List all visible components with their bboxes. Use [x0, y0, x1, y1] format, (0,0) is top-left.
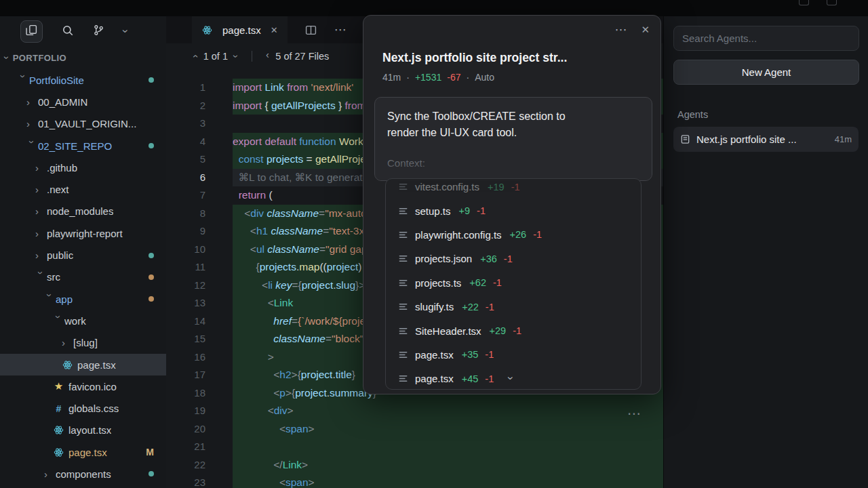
- context-label: Context:: [387, 157, 639, 169]
- diff-lines-icon: [398, 278, 408, 288]
- chevron-down-icon: ›: [45, 293, 55, 305]
- diff-lines-icon: [398, 182, 408, 192]
- removed-count: -1: [533, 229, 542, 240]
- tree-item-globals-css[interactable]: #globals.css: [0, 397, 166, 419]
- tree-item-label: playwright-report: [47, 228, 123, 239]
- tree-item-public[interactable]: ›public: [0, 244, 166, 266]
- changed-file-row[interactable]: SiteHeader.tsx+29-1: [386, 319, 641, 342]
- tree-item-01-vault-origin[interactable]: ›01_VAULT_ORIGIN...: [0, 113, 166, 135]
- prompt-card[interactable]: Sync the Toolbox/CREATE section to rende…: [374, 97, 652, 181]
- tree-item-page-tsx[interactable]: page.tsxM: [0, 441, 166, 463]
- more-actions-icon[interactable]: ⋯: [334, 22, 347, 37]
- changed-file-row[interactable]: playwright.config.ts+26-1: [386, 223, 641, 247]
- removed-count: -1: [477, 205, 486, 216]
- tree-item-label: PortfolioSite: [29, 75, 84, 86]
- chevron-left-icon[interactable]: ›: [266, 52, 269, 61]
- source-control-button[interactable]: [93, 24, 104, 38]
- tree-item-02-site-repo[interactable]: ›02_SITE_REPO: [0, 135, 166, 157]
- tree-item-portfoliosite[interactable]: ›PortfolioSite: [0, 69, 166, 91]
- removed-count: -1: [513, 325, 521, 336]
- change-dot: [149, 77, 154, 83]
- chevron-down-icon[interactable]: ›: [231, 55, 241, 58]
- expand-chevron-icon[interactable]: ›: [505, 376, 516, 380]
- chevron-right-icon: ›: [35, 250, 47, 260]
- close-panel-icon[interactable]: ✕: [641, 24, 650, 36]
- tree-item-label: 02_SITE_REPO: [38, 140, 112, 152]
- tree-item-label: src: [47, 271, 60, 283]
- line-number: 20: [166, 420, 233, 439]
- star-icon: ★: [53, 381, 64, 392]
- changed-file-row[interactable]: projects.json+36-1: [386, 247, 641, 270]
- tree-item-favicon-ico[interactable]: ★favicon.ico: [0, 375, 166, 397]
- chevron-down-icon: ›: [120, 29, 131, 33]
- file-name: page.tsx: [415, 373, 454, 384]
- changed-file-row[interactable]: vitest.config.ts+19-1: [386, 178, 641, 199]
- agent-list-item[interactable]: Next.js portfolio site ...41m: [673, 127, 859, 152]
- explorer-section-header[interactable]: › PORTFOLIO: [0, 46, 166, 69]
- tree-item-label: globals.css: [68, 403, 119, 414]
- explorer-sidebar: › › PORTFOLIO ›PortfolioSite›00_ADMIN›01…: [0, 16, 166, 488]
- added-count: +36: [480, 253, 497, 264]
- layout-panel-icon[interactable]: [799, 0, 809, 5]
- diff-lines-icon: [398, 302, 408, 312]
- tree-item-layout-tsx[interactable]: layout.tsx: [0, 420, 166, 441]
- added-count: +9: [459, 205, 471, 216]
- changed-file-row[interactable]: slugify.ts+22-1: [386, 295, 641, 319]
- files-button[interactable]: [20, 20, 43, 43]
- prompt-text: Sync the Toolbox/CREATE section to rende…: [387, 108, 597, 141]
- line-number: 1: [166, 79, 233, 97]
- change-dot: [149, 274, 154, 280]
- search-agents-input[interactable]: [673, 26, 859, 51]
- more-views-button[interactable]: ›: [123, 26, 127, 37]
- file-name: projects.ts: [415, 277, 461, 289]
- change-dot: [149, 143, 154, 148]
- divider: [252, 51, 252, 62]
- react-icon: [62, 359, 73, 371]
- more-options-icon[interactable]: ⋯: [614, 22, 627, 37]
- changed-file-row[interactable]: setup.ts+9-1: [386, 199, 641, 222]
- tree-item-work[interactable]: ›work: [0, 310, 166, 331]
- added-count: +45: [462, 373, 479, 384]
- tree-item-github[interactable]: ›.github: [0, 157, 166, 178]
- file-name: projects.json: [415, 253, 472, 264]
- chevron-down-icon: ›: [18, 75, 28, 86]
- chevron-down-icon: ›: [27, 140, 37, 152]
- lines-removed: -67: [447, 72, 460, 83]
- match-counter: 1 of 1: [203, 51, 228, 62]
- tree-item-next[interactable]: ›.next: [0, 178, 166, 200]
- file-tree: ›PortfolioSite›00_ADMIN›01_VAULT_ORIGIN.…: [0, 69, 166, 485]
- tree-item-page-tsx[interactable]: page.tsx: [0, 354, 166, 375]
- tree-item-slug[interactable]: ›[slug]: [0, 332, 166, 354]
- changed-file-row[interactable]: page.tsx+35-1: [386, 343, 641, 367]
- code-line-22: 22 </Link>: [166, 456, 663, 474]
- react-icon: [53, 447, 64, 458]
- copy-pages-icon: [26, 24, 37, 38]
- split-editor-icon[interactable]: [305, 24, 317, 36]
- tree-item-label: page.tsx: [68, 447, 107, 458]
- line-number: 16: [166, 348, 233, 367]
- search-button[interactable]: [62, 24, 74, 39]
- code-line-20: 20 <span>: [166, 420, 663, 439]
- chevron-right-icon: ›: [35, 206, 47, 216]
- more-button[interactable]: ⋯: [627, 405, 642, 422]
- chevron-down-icon: ›: [54, 315, 64, 327]
- line-number: 3: [166, 115, 233, 133]
- tab-page-tsx[interactable]: page.tsx ✕: [192, 16, 288, 43]
- layout-sidebar-icon[interactable]: [827, 0, 837, 5]
- changed-file-row[interactable]: projects.ts+62-1: [386, 271, 641, 295]
- line-content: </Link>: [233, 456, 663, 474]
- added-count: +22: [462, 302, 479, 312]
- file-name: slugify.ts: [415, 301, 454, 312]
- tree-item-app[interactable]: ›app: [0, 288, 166, 310]
- tree-item-src[interactable]: ›src: [0, 266, 166, 288]
- chevron-up-icon[interactable]: ›: [190, 55, 199, 58]
- search-icon: [62, 24, 74, 39]
- tree-item-00-admin[interactable]: ›00_ADMIN: [0, 91, 166, 113]
- change-dot: [149, 253, 154, 258]
- tree-item-node-modules[interactable]: ›node_modules: [0, 201, 166, 222]
- close-tab-icon[interactable]: ✕: [271, 25, 278, 35]
- tree-item-playwright-report[interactable]: ›playwright-report: [0, 222, 166, 244]
- new-agent-button[interactable]: New Agent: [673, 60, 859, 85]
- tree-item-components[interactable]: ›components: [0, 463, 166, 485]
- line-number: 23: [166, 474, 233, 488]
